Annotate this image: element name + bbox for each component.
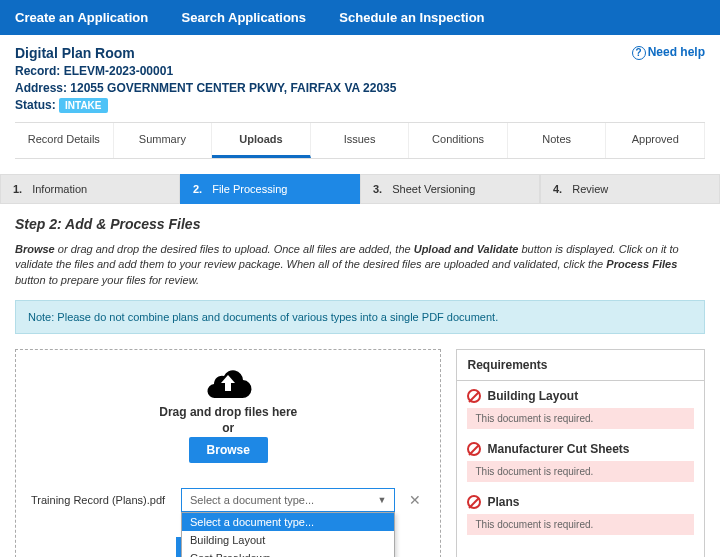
requirement-item: Plans This document is required.: [457, 487, 704, 535]
need-help-link[interactable]: ?Need help: [632, 45, 705, 60]
requirement-item: Manufacturer Cut Sheets This document is…: [457, 434, 704, 482]
tab-summary[interactable]: Summary: [114, 123, 213, 158]
requirement-name: Plans: [487, 495, 519, 509]
dropdown-option[interactable]: Cost Breakdown: [182, 549, 394, 557]
prohibit-icon: [467, 442, 481, 456]
requirements-panel: Requirements Building Layout This docume…: [456, 349, 705, 557]
step-bar: 1.Information 2.File Processing 3.Sheet …: [0, 174, 720, 204]
prohibit-icon: [467, 495, 481, 509]
document-type-dropdown[interactable]: Select a document type... ▼ Select a doc…: [181, 488, 395, 512]
top-nav: Create an Application Search Application…: [0, 0, 720, 35]
file-name-label: Training Record (Plans).pdf: [31, 494, 171, 506]
nav-create-application[interactable]: Create an Application: [15, 10, 148, 25]
chevron-down-icon: ▼: [378, 495, 387, 505]
nav-search-applications[interactable]: Search Applications: [182, 10, 307, 25]
record-tabs: Record Details Summary Uploads Issues Co…: [15, 122, 705, 159]
cloud-upload-icon: [203, 365, 253, 400]
requirement-name: Building Layout: [487, 389, 578, 403]
requirement-msg: This document is required.: [467, 514, 694, 535]
dropdown-menu: Select a document type... Building Layou…: [181, 512, 395, 557]
requirement-msg: This document is required.: [467, 461, 694, 482]
drag-text: Drag and drop files here: [31, 405, 425, 419]
step-information[interactable]: 1.Information: [0, 174, 180, 204]
requirements-title: Requirements: [457, 350, 704, 381]
tab-conditions[interactable]: Conditions: [409, 123, 508, 158]
step-file-processing[interactable]: 2.File Processing: [180, 174, 360, 204]
page-title: Digital Plan Room: [15, 45, 705, 61]
status-line: Status: INTAKE: [15, 98, 705, 112]
requirement-msg: This document is required.: [467, 408, 694, 429]
or-text: or: [31, 421, 425, 435]
nav-schedule-inspection[interactable]: Schedule an Inspection: [339, 10, 484, 25]
step-review[interactable]: 4.Review: [540, 174, 720, 204]
requirement-item: Building Layout This document is require…: [457, 381, 704, 429]
upload-panel: Drag and drop files here or Browse Train…: [15, 349, 441, 557]
tab-notes[interactable]: Notes: [508, 123, 607, 158]
step-title: Step 2: Add & Process Files: [15, 216, 705, 232]
tab-issues[interactable]: Issues: [311, 123, 410, 158]
remove-file-icon[interactable]: ✕: [405, 492, 425, 508]
tab-record-details[interactable]: Record Details: [15, 123, 114, 158]
status-badge: INTAKE: [59, 98, 107, 113]
browse-button[interactable]: Browse: [189, 437, 268, 463]
record-id: Record: ELEVM-2023-00001: [15, 64, 705, 78]
dropdown-select[interactable]: Select a document type... ▼: [181, 488, 395, 512]
dropdown-option[interactable]: Select a document type...: [182, 513, 394, 531]
dropdown-option[interactable]: Building Layout: [182, 531, 394, 549]
requirement-name: Manufacturer Cut Sheets: [487, 442, 629, 456]
instructions-text: Browse or drag and drop the desired file…: [15, 242, 705, 288]
tab-uploads[interactable]: Uploads: [212, 123, 311, 158]
prohibit-icon: [467, 389, 481, 403]
header-section: ?Need help Digital Plan Room Record: ELE…: [0, 35, 720, 164]
help-icon: ?: [632, 46, 646, 60]
address: Address: 12055 GOVERNMENT CENTER PKWY, F…: [15, 81, 705, 95]
note-box: Note: Please do not combine plans and do…: [15, 300, 705, 334]
content-area: Step 2: Add & Process Files Browse or dr…: [0, 204, 720, 557]
tab-approved[interactable]: Approved: [606, 123, 705, 158]
step-sheet-versioning[interactable]: 3.Sheet Versioning: [360, 174, 540, 204]
drop-zone[interactable]: Drag and drop files here or Browse: [31, 365, 425, 463]
file-row: Training Record (Plans).pdf Select a doc…: [31, 483, 425, 517]
